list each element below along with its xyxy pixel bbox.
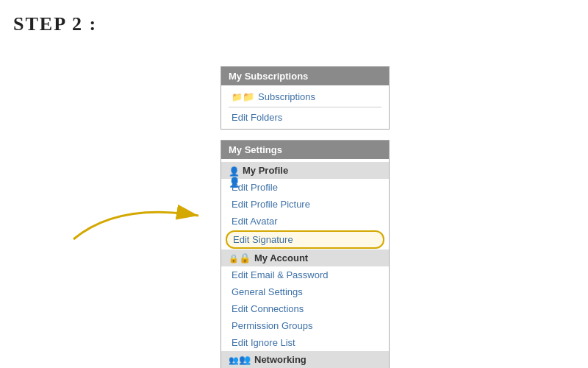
edit-profile-link[interactable]: Edit Profile — [221, 179, 389, 196]
subscriptions-panel-body: 📁 Subscriptions Edit Folders — [221, 85, 389, 129]
edit-profile-picture-link[interactable]: Edit Profile Picture — [221, 196, 389, 213]
edit-avatar-link[interactable]: Edit Avatar — [221, 213, 389, 230]
lock-icon: 🔒 — [229, 252, 251, 263]
edit-ignore-list-link[interactable]: Edit Ignore List — [221, 334, 389, 351]
settings-panel-body: 👤 My Profile Edit Profile Edit Profile P… — [221, 159, 389, 368]
settings-panel-header: My Settings — [221, 141, 389, 159]
step-title: STEP 2 : — [13, 13, 97, 35]
networking-section-header: 👥 Networking — [221, 351, 389, 368]
edit-email-password-link[interactable]: Edit Email & Password — [221, 266, 389, 283]
settings-panel: My Settings 👤 My Profile Edit Profile Ed… — [220, 140, 390, 368]
edit-connections-link[interactable]: Edit Connections — [221, 300, 389, 317]
my-account-section-header: 🔒 My Account — [221, 250, 389, 266]
people-icon: 👥 — [229, 354, 251, 365]
my-profile-section-header: 👤 My Profile — [221, 162, 389, 179]
user-icon: 👤 — [229, 166, 239, 176]
folder-icon: 📁 — [232, 91, 254, 102]
subscriptions-panel: My Subscriptions 📁 Subscriptions Edit Fo… — [220, 66, 390, 130]
subscriptions-panel-header: My Subscriptions — [221, 67, 389, 85]
edit-folders-link[interactable]: Edit Folders — [221, 109, 389, 126]
arrow-annotation — [59, 188, 235, 247]
divider — [229, 107, 381, 107]
permission-groups-link[interactable]: Permission Groups — [221, 317, 389, 334]
edit-signature-link[interactable]: Edit Signature — [226, 230, 384, 249]
panel-area: My Subscriptions 📁 Subscriptions Edit Fo… — [220, 66, 390, 368]
arrow-svg — [59, 188, 235, 247]
subscriptions-link[interactable]: 📁 Subscriptions — [221, 88, 389, 105]
general-settings-link[interactable]: General Settings — [221, 283, 389, 300]
